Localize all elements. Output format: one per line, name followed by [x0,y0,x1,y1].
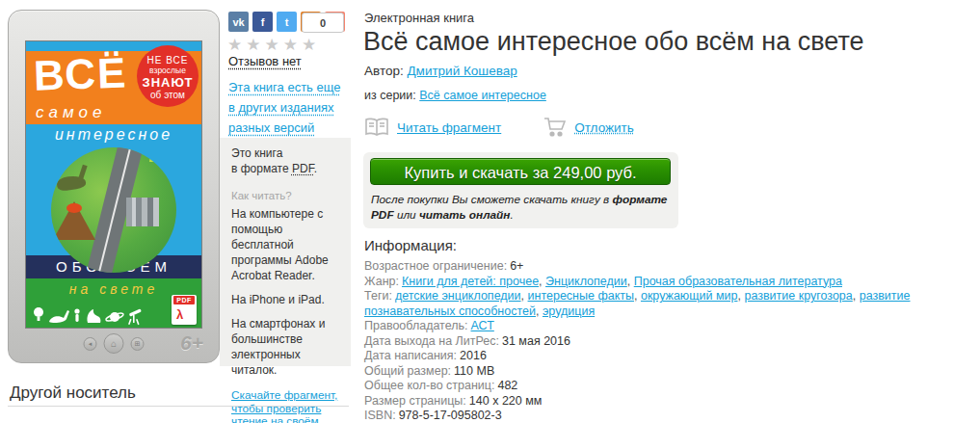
other-editions-link[interactable]: Эта книга есть еще в других изданиях раз… [228,77,349,138]
cart-icon [543,117,567,138]
info-label: Дата выхода на ЛитРес: [364,334,499,348]
info-value: 482 [497,379,517,392]
ereader-device-mockup: ВСЁ НЕ ВСЕвзрослыеЗНАЮТоб этом самое инт… [8,10,220,363]
rating-stars[interactable]: ★★★★★ [227,35,320,55]
separator: , [536,304,543,318]
cover-badge-line: ЗНАЮТ [137,75,199,90]
info-value: 2016 [460,349,487,362]
purchase-box: Купить и скачать за 249,00 руб. После по… [363,152,678,228]
cover-globe-illustration [51,147,176,273]
action-row: Читать фрагмент Отложить [364,115,634,140]
cover-badge: НЕ ВСЕвзрослыеЗНАЮТоб этом [137,45,199,107]
cover-illustration: интересное [26,124,201,255]
reviews-link[interactable]: Отзывов нет [228,54,302,68]
series-link[interactable]: Всё самое интересное [419,89,546,102]
info-row: Правообладатель:АСТ [364,319,928,334]
read-fragment-link[interactable]: Читать фрагмент [397,120,501,135]
read-on-computer-text: На компьютере с помощью бесплатной прогр… [231,206,345,283]
read-on-smartphones-text: На смартфонах и большинстве электронных … [231,316,345,378]
info-row: Возрастное ограничение:6+ [364,259,928,275]
info-value: 140 x 220 мм [469,394,543,408]
cover-orange-band: ВСЁ НЕ ВСЕвзрослыеЗНАЮТоб этом самое [26,51,201,124]
cover-badge-line: взрослые [137,66,199,75]
device-chin: ◂ ⌂ ⊞ 6+ [9,328,219,362]
info-label: Общий размер: [364,364,451,378]
info-value: 978-5-17-095802-3 [399,409,502,422]
info-row: Дата выхода на ЛитРес:31 мая 2016 [364,334,928,350]
format-line: Это книга [231,145,345,161]
info-row: Общий размер:110 MB [364,364,928,380]
other-media-heading: Другой носитель [10,383,136,403]
info-row: ISBN:978-5-17-095802-3 [364,409,928,423]
info-label: Жанр: [364,275,399,288]
device-back-button[interactable]: ◂ [84,337,97,351]
info-label: ISBN: [364,409,396,422]
format-info-box: Это книга в формате PDF. Как читать? На … [220,138,351,366]
city-illustration [126,198,159,226]
info-label: Размер страницы: [364,394,466,408]
parachute-illustration [149,153,167,162]
info-row: Дата написания:2016 [364,349,928,364]
cover-badge-line: об этом [137,90,199,100]
info-row: Размер страницы:140 x 220 мм [364,394,928,410]
separator: , [627,275,634,288]
info-list: Возрастное ограничение:6+Жанр:Книги для … [364,259,928,423]
separator: , [539,275,545,288]
info-link[interactable]: развитие кругозора [744,289,852,303]
cover-title-word: ВСЁ [33,51,128,96]
info-link[interactable]: Прочая образовательная литература [634,275,842,288]
pdf-format-icon: PDF λ [172,295,197,325]
author-link[interactable]: Дмитрий Кошевар [407,64,516,78]
pdf-format-link[interactable]: PDF [292,162,314,175]
info-value: 31 мая 2016 [502,334,570,348]
cover-badge-line: НЕ ВСЕ [137,55,199,66]
separator: , [521,289,528,303]
open-book-icon [364,118,389,137]
separator: , [634,289,641,303]
cover-silhouettes-icon [32,306,167,326]
info-row: Жанр:Книги для детей: прочее, Энциклопед… [364,275,928,290]
postpone-link[interactable]: Отложить [574,120,634,135]
format-line: в формате PDF. [231,161,345,176]
author-label: Автор: [364,64,404,78]
info-link[interactable]: эрудиция [543,304,595,318]
info-link[interactable]: АСТ [471,319,494,332]
info-value: 110 MB [454,364,494,378]
device-apps-button[interactable]: ⊞ [131,337,145,351]
info-heading: Информация: [364,237,457,253]
divider [8,406,349,407]
twitter-share-button-icon[interactable]: t [277,12,297,32]
age-rating-mark: 6+ [180,331,203,355]
cover-title-word: интересное [26,124,201,144]
cover-green-band: на свете PDF λ [26,278,201,329]
series-label: из серии: [364,89,416,102]
how-to-read-label: Как читать? [231,188,345,203]
book-cover-image: ВСЁ НЕ ВСЕвзрослыеЗНАЮТоб этом самое инт… [25,40,202,329]
buy-button[interactable]: Купить и скачать за 249,00 руб. [370,158,671,185]
info-link[interactable]: окружающий мир [641,289,738,303]
info-label: Возрастное ограничение: [364,259,507,273]
product-kind-label: Электронная книга [364,11,474,25]
info-link[interactable]: детские энциклопедии [395,289,521,303]
info-label: Общее кол-во страниц: [364,379,494,392]
info-value: 6+ [510,259,523,273]
info-link[interactable]: интересные факты [528,289,634,303]
author-line: Автор: Дмитрий Кошевар [364,64,517,78]
info-row: Общее кол-во страниц:482 [364,379,928,394]
info-label: Дата написания: [364,349,457,362]
info-label: Теги: [364,289,392,303]
info-link[interactable]: Книги для детей: прочее [402,275,539,288]
cover-title-word: самое [36,103,107,122]
purchase-note: После покупки Вы сможете скачать книгу в… [371,193,670,223]
vk-share-button-icon[interactable]: vk [228,12,249,32]
page-title: Всё самое интересное обо всём на свете [363,27,863,57]
info-row: Теги:детские энциклопедии, интересные фа… [364,289,928,319]
share-counter: 0 [302,13,344,33]
read-on-iphone-text: На iPhone и iPad. [231,292,345,307]
facebook-share-button-icon[interactable]: f [252,12,273,32]
info-link[interactable]: Энциклопедии [545,275,627,288]
device-home-button[interactable]: ⌂ [104,333,124,354]
series-line: из серии: Всё самое интересное [364,89,546,102]
info-label: Правообладатель: [364,319,468,332]
separator: , [853,289,860,303]
